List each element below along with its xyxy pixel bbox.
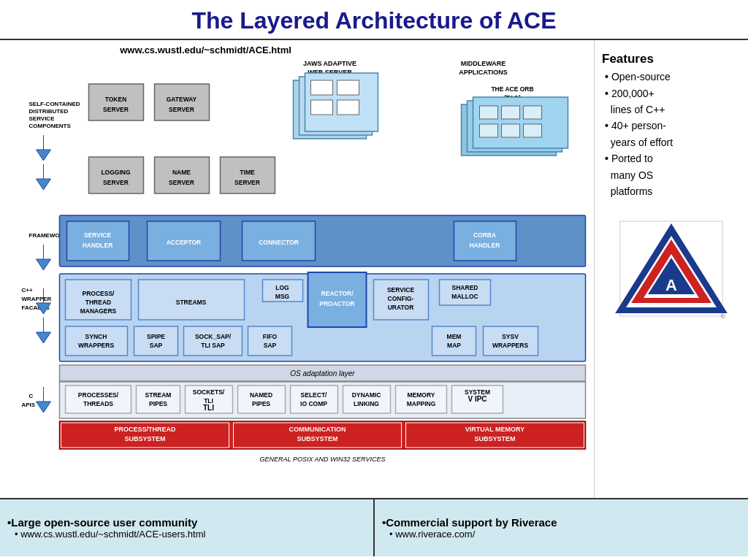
svg-text:COMPONENTS: COMPONENTS [29, 123, 72, 129]
svg-text:SERVICE: SERVICE [387, 286, 414, 294]
footer-left-link[interactable]: • www.cs.wustl.edu/~schmidt/ACE-users.ht… [7, 529, 366, 540]
svg-rect-81 [66, 326, 128, 356]
svg-text:STREAM: STREAM [145, 391, 172, 399]
feature-item-3: 40+ person- years of effort [605, 118, 741, 150]
svg-rect-121 [343, 386, 391, 413]
svg-text:ACCEPTOR: ACCEPTOR [167, 239, 202, 246]
svg-text:PIPES: PIPES [252, 400, 270, 407]
svg-text:JAWS ADAPTIVE: JAWS ADAPTIVE [303, 60, 356, 67]
svg-text:VIRTUAL MEMORY: VIRTUAL MEMORY [465, 426, 525, 433]
svg-rect-42 [524, 124, 542, 137]
svg-text:MIDDLEWARE: MIDDLEWARE [461, 60, 506, 67]
svg-text:TOKEN: TOKEN [105, 96, 127, 103]
svg-rect-118 [291, 386, 338, 413]
svg-rect-37 [480, 106, 498, 119]
svg-text:THE ACE ORB: THE ACE ORB [491, 85, 533, 93]
features-title: Features [602, 49, 741, 69]
svg-text:DYNAMIC: DYNAMIC [352, 391, 381, 399]
svg-rect-40 [480, 124, 498, 137]
svg-rect-41 [502, 124, 520, 137]
svg-rect-108 [137, 386, 180, 413]
svg-rect-105 [66, 386, 131, 413]
svg-text:CONFIG-: CONFIG- [388, 295, 414, 302]
svg-text:SERVICE: SERVICE [84, 231, 111, 239]
svg-text:HANDLER: HANDLER [83, 242, 113, 249]
svg-text:CONNECTOR: CONNECTOR [259, 239, 299, 246]
svg-text:IO COMP: IO COMP [300, 400, 327, 407]
svg-text:FIFO: FIFO [263, 333, 278, 340]
svg-text:REACTOR/: REACTOR/ [321, 290, 354, 297]
svg-text:MEM: MEM [447, 333, 462, 340]
svg-text:SYSV: SYSV [502, 333, 519, 340]
main-content: www.cs.wustl.edu/~schmidt/ACE.html SELF-… [0, 40, 748, 498]
svg-text:SERVER: SERVER [234, 179, 260, 186]
svg-text:WRAPPERS: WRAPPERS [492, 342, 528, 349]
svg-marker-5 [37, 164, 51, 190]
svg-text:MANAGERS: MANAGERS [80, 307, 117, 315]
svg-rect-39 [524, 106, 542, 119]
svg-rect-93 [432, 326, 476, 356]
svg-rect-38 [502, 106, 520, 119]
svg-text:SUBSYSTEM: SUBSYSTEM [124, 435, 165, 442]
footer-right-link[interactable]: • www.riverace.com/ [382, 529, 741, 540]
svg-text:SELECT/: SELECT/ [301, 391, 328, 399]
footer: •Large open-source user community • www.… [0, 498, 748, 556]
svg-rect-27 [337, 80, 359, 95]
svg-rect-53 [454, 221, 516, 261]
svg-text:SELF-CONTAINED: SELF-CONTAINED [29, 101, 80, 107]
url-text: www.cs.wustl.edu/~schmidt/ACE.html [119, 45, 291, 55]
svg-text:THREADS: THREADS [83, 400, 113, 407]
svg-text:SUBSYSTEM: SUBSYSTEM [474, 435, 515, 442]
svg-text:COMMUNICATION: COMMUNICATION [289, 426, 346, 433]
svg-rect-96 [484, 326, 538, 356]
svg-text:STREAMS: STREAMS [176, 299, 207, 306]
svg-text:APIS: APIS [22, 402, 36, 408]
svg-marker-60 [37, 318, 51, 343]
svg-text:V IPC: V IPC [468, 395, 486, 403]
svg-rect-28 [311, 100, 333, 115]
svg-text:TIME: TIME [240, 169, 255, 176]
footer-right-bullet: •Commercial support by Riverace [382, 516, 741, 529]
svg-text:SERVICE: SERVICE [29, 115, 56, 122]
footer-left: •Large open-source user community • www.… [0, 499, 375, 556]
svg-text:SERVER: SERVER [103, 179, 129, 186]
svg-text:CORBA: CORBA [473, 231, 496, 239]
ace-logo: A © [602, 214, 741, 323]
feature-item-2: 200,000+ lines of C++ [605, 85, 741, 118]
svg-text:APPLICATIONS: APPLICATIONS [459, 69, 507, 76]
svg-text:HANDLER: HANDLER [470, 242, 500, 249]
svg-text:SERVER: SERVER [169, 106, 194, 113]
svg-text:C++: C++ [22, 287, 33, 294]
feature-item-1: Open-source [605, 69, 741, 85]
svg-text:TLI: TLI [203, 404, 214, 412]
svg-text:MALLOC: MALLOC [451, 293, 478, 300]
features-box: Features Open-source 200,000+ lines of C… [602, 49, 741, 199]
svg-text:GATEWAY: GATEWAY [167, 96, 197, 103]
diagram-area: www.cs.wustl.edu/~schmidt/ACE.html SELF-… [0, 40, 595, 498]
svg-rect-46 [67, 221, 129, 261]
svg-text:C: C [29, 393, 34, 399]
svg-text:SYNCH: SYNCH [85, 333, 107, 340]
feature-item-4: Ported to many OS platforms [605, 150, 741, 199]
svg-text:PROCESS/: PROCESS/ [83, 290, 115, 297]
svg-text:SAP: SAP [150, 342, 163, 349]
svg-text:MAP: MAP [447, 342, 461, 349]
svg-marker-44 [37, 245, 51, 270]
svg-text:PIPES: PIPES [149, 400, 167, 407]
svg-text:SPIPE: SPIPE [147, 333, 165, 340]
right-panel: Features Open-source 200,000+ lines of C… [595, 40, 748, 498]
footer-left-bullet: •Large open-source user community [7, 516, 366, 529]
svg-text:SERVER: SERVER [103, 106, 129, 113]
svg-text:SUBSYSTEM: SUBSYSTEM [297, 435, 337, 442]
page-title: The Layered Architecture of ACE [0, 0, 748, 40]
features-list: Open-source 200,000+ lines of C++ 40+ pe… [602, 69, 741, 199]
svg-text:A: A [665, 276, 677, 294]
svg-marker-103 [37, 387, 51, 413]
svg-text:TLI SAP: TLI SAP [201, 342, 225, 349]
svg-text:SOCK_SAP/: SOCK_SAP/ [195, 333, 232, 340]
svg-text:PROCESSES/: PROCESSES/ [78, 391, 119, 399]
svg-text:WRAPPERS: WRAPPERS [78, 342, 114, 349]
svg-rect-90 [248, 326, 292, 356]
svg-text:PROACTOR: PROACTOR [319, 300, 355, 307]
svg-text:PROCESS/THREAD: PROCESS/THREAD [114, 426, 176, 433]
